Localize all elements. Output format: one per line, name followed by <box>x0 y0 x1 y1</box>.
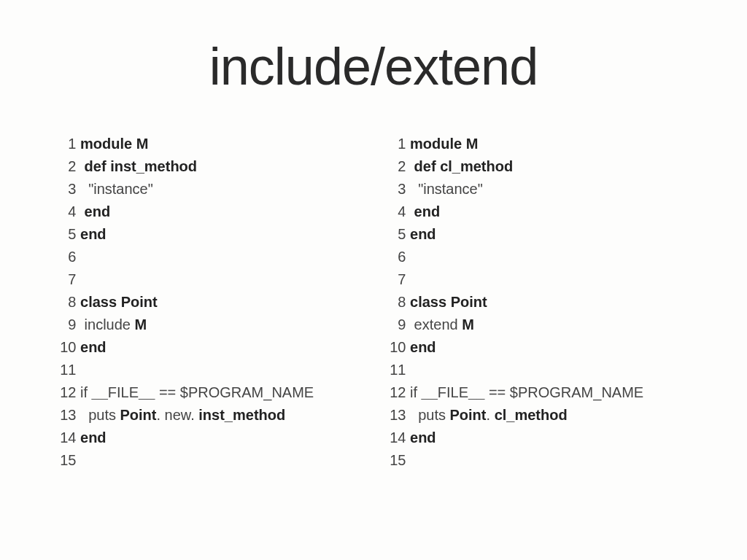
code-segment: end <box>85 203 111 219</box>
code-line: 11 <box>58 359 359 381</box>
code-segment: FILE <box>438 384 468 400</box>
line-number: 9 <box>58 314 76 336</box>
line-number: 3 <box>388 178 406 201</box>
code-segment: . <box>487 407 495 423</box>
code-segment: "instance" <box>76 181 152 197</box>
line-number: 13 <box>388 404 406 427</box>
code-line: 12 if __FILE__ == $PROGRAM_NAME <box>58 381 359 404</box>
code-segment: cl_method <box>440 158 513 174</box>
code-line: 15 <box>388 449 689 472</box>
line-number: 15 <box>388 449 406 472</box>
line-number: 2 <box>58 155 76 178</box>
code-segment: if <box>76 384 91 400</box>
code-segment: M <box>462 316 474 332</box>
code-segment: . new. <box>157 407 199 423</box>
line-number: 8 <box>388 291 406 314</box>
code-segment: puts <box>76 407 120 423</box>
code-segment: include <box>76 316 134 332</box>
code-line: 15 <box>58 449 359 472</box>
code-segment: __ <box>422 384 438 400</box>
line-number: 6 <box>58 246 76 268</box>
code-line: 10 end <box>58 336 359 359</box>
code-segment: end <box>410 339 436 355</box>
code-segment: __ <box>468 384 484 400</box>
code-segment <box>406 362 410 378</box>
code-segment: end <box>410 429 436 446</box>
code-segment <box>76 452 80 468</box>
code-line: 5 end <box>58 223 359 246</box>
code-line: 1 module M <box>388 133 689 155</box>
line-number: 5 <box>388 223 406 246</box>
code-segment <box>406 452 410 468</box>
line-number: 8 <box>58 291 76 314</box>
code-line: 4 end <box>58 201 359 223</box>
code-line: 6 <box>388 246 689 268</box>
code-segment: class <box>410 294 446 310</box>
code-segment: M <box>136 136 149 152</box>
code-column-left: 1 module M2 def inst_method3 "instance"4… <box>58 133 359 472</box>
line-number: 14 <box>58 427 76 449</box>
code-segment <box>76 158 84 174</box>
code-segment: "instance" <box>406 181 482 197</box>
code-segment <box>76 249 80 265</box>
code-segment: inst_method <box>198 407 285 423</box>
line-number: 7 <box>58 268 76 291</box>
code-segment <box>406 271 410 287</box>
line-number: 14 <box>388 427 406 449</box>
code-line: 5 end <box>388 223 689 246</box>
code-line: 8 class Point <box>388 291 689 314</box>
code-segment: M <box>466 136 479 152</box>
code-line: 10 end <box>388 336 689 359</box>
code-line: 13 puts Point. cl_method <box>388 404 689 427</box>
code-segment: end <box>80 226 107 242</box>
code-line: 2 def cl_method <box>388 155 689 178</box>
code-line: 14 end <box>58 427 359 449</box>
slide: include/extend 1 module M2 def inst_meth… <box>0 0 747 560</box>
line-number: 13 <box>58 404 76 427</box>
code-segment <box>76 203 84 219</box>
code-segment: Point <box>120 407 157 423</box>
line-number: 10 <box>388 336 406 359</box>
code-segment: def <box>414 158 436 174</box>
code-segment: end <box>80 339 107 355</box>
code-segment: def <box>85 158 107 174</box>
code-segment: end <box>414 203 441 219</box>
code-segment: __ <box>92 384 108 400</box>
code-line: 11 <box>388 359 689 381</box>
line-number: 7 <box>388 268 406 291</box>
line-number: 1 <box>58 133 76 155</box>
code-segment: __ <box>139 384 155 400</box>
code-segment: extend <box>406 316 462 332</box>
code-line: 7 <box>388 268 689 291</box>
code-segment: == $PROGRAM_NAME <box>155 384 314 400</box>
code-segment: module <box>80 136 132 152</box>
code-line: 3 "instance" <box>388 178 689 201</box>
code-segment: class <box>80 294 117 310</box>
code-segment: FILE <box>108 384 139 400</box>
code-segment: cl_method <box>495 407 568 423</box>
line-number: 1 <box>388 133 406 155</box>
code-segment: end <box>80 429 107 446</box>
code-segment <box>406 158 414 174</box>
code-line: 8 class Point <box>58 291 359 314</box>
code-line: 1 module M <box>58 133 359 155</box>
code-segment: puts <box>406 407 449 423</box>
code-line: 4 end <box>388 201 689 223</box>
code-segment: module <box>410 136 462 152</box>
code-segment <box>406 249 410 265</box>
line-number: 11 <box>58 359 76 381</box>
line-number: 12 <box>58 381 76 404</box>
slide-title: include/extend <box>44 36 703 96</box>
code-line: 9 include M <box>58 314 359 336</box>
line-number: 11 <box>388 359 406 381</box>
line-number: 15 <box>58 449 76 472</box>
line-number: 4 <box>58 201 76 223</box>
line-number: 5 <box>58 223 76 246</box>
code-line: 14 end <box>388 427 689 449</box>
code-segment: Point <box>121 294 158 310</box>
line-number: 3 <box>58 178 76 201</box>
line-number: 4 <box>388 201 406 223</box>
code-line: 13 puts Point. new. inst_method <box>58 404 359 427</box>
code-segment: Point <box>451 294 487 310</box>
code-segment: M <box>135 316 147 332</box>
